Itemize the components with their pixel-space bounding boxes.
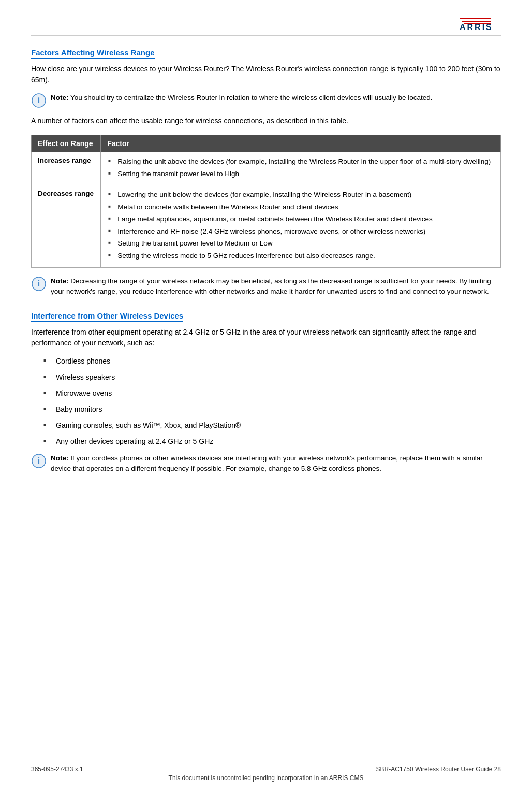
col1-header: Effect on Range — [32, 135, 101, 152]
footer: 365-095-27433 x.1 SBR-AC1750 Wireless Ro… — [31, 762, 501, 782]
note2-text: Note: Decreasing the range of your wirel… — [51, 276, 501, 297]
footer-main: 365-095-27433 x.1 SBR-AC1750 Wireless Ro… — [31, 766, 501, 773]
table-intro-text: A number of factors can affect the usabl… — [31, 116, 501, 126]
logo-svg: ARRIS — [460, 16, 501, 31]
svg-text:i: i — [38, 456, 40, 465]
section2-intro: Interference from other equipment operat… — [31, 327, 501, 349]
note1-label: Note: — [51, 94, 69, 102]
effect-decreases: Decreases range — [32, 185, 101, 267]
list-item: Cordless phones — [43, 356, 501, 367]
note2-label: Note: — [51, 277, 69, 285]
note3-block: i Note: If your cordless phones or other… — [31, 453, 501, 474]
decreases-list: Lowering the unit below the devices (for… — [107, 190, 494, 261]
table-row: Decreases range Lowering the unit below … — [32, 185, 501, 267]
list-item: Lowering the unit below the devices (for… — [107, 190, 494, 200]
list-item: Baby monitors — [43, 404, 501, 415]
svg-text:ARRIS: ARRIS — [460, 23, 493, 31]
footer-right: SBR-AC1750 Wireless Router User Guide 28 — [376, 766, 501, 773]
note1-block: i Note: You should try to centralize the… — [31, 93, 501, 108]
table-row: Increases range Raising the unit above t… — [32, 152, 501, 185]
footer-left: 365-095-27433 x.1 — [31, 766, 83, 773]
note2-body: Decreasing the range of your wireless ne… — [51, 277, 491, 295]
section-factors: Factors Affecting Wireless Range How clo… — [31, 48, 501, 297]
section1-intro: How close are your wireless devices to y… — [31, 64, 501, 85]
footer-center: This document is uncontrolled pending in… — [31, 774, 501, 782]
list-item: Microwave ovens — [43, 388, 501, 399]
list-item: Raising the unit above the devices (for … — [107, 156, 494, 167]
list-item: Setting the transmit power level to Medi… — [107, 238, 494, 249]
note1-body: You should try to centralize the Wireles… — [69, 94, 433, 102]
list-item: Setting the transmit power level to High — [107, 169, 494, 179]
note1-icon: i — [31, 93, 47, 108]
list-item: Metal or concrete walls between the Wire… — [107, 202, 494, 212]
note3-label: Note: — [51, 454, 69, 462]
increases-list: Raising the unit above the devices (for … — [107, 156, 494, 179]
note3-body: If your cordless phones or other wireles… — [51, 454, 483, 472]
list-item: Any other devices operating at 2.4 GHz o… — [43, 436, 501, 447]
range-table: Effect on Range Factor Increases range R… — [31, 135, 501, 268]
effect-increases: Increases range — [32, 152, 101, 185]
list-item: Setting the wireless mode to 5 GHz reduc… — [107, 251, 494, 261]
note2-icon: i — [31, 276, 47, 292]
note1-text: Note: You should try to centralize the W… — [51, 93, 433, 103]
arris-logo: ARRIS — [460, 16, 501, 31]
factor-increases: Raising the unit above the devices (for … — [101, 152, 501, 185]
col2-header: Factor — [101, 135, 501, 152]
factor-decreases: Lowering the unit below the devices (for… — [101, 185, 501, 267]
interference-list: Cordless phones Wireless speakers Microw… — [43, 356, 501, 447]
list-item: Wireless speakers — [43, 372, 501, 383]
section1-title: Factors Affecting Wireless Range — [31, 48, 155, 59]
list-item: Gaming consoles, such as Wii™, Xbox, and… — [43, 420, 501, 431]
note3-icon: i — [31, 453, 47, 469]
section2-title: Interference from Other Wireless Devices — [31, 311, 183, 322]
note2-block: i Note: Decreasing the range of your wir… — [31, 276, 501, 297]
header-bar: ARRIS — [31, 16, 501, 36]
list-item: Large metal appliances, aquariums, or me… — [107, 214, 494, 224]
svg-text:i: i — [38, 96, 40, 105]
list-item: Interference and RF noise (2.4 GHz wirel… — [107, 226, 494, 237]
svg-text:i: i — [38, 279, 40, 288]
section-interference: Interference from Other Wireless Devices… — [31, 311, 501, 474]
note3-text: Note: If your cordless phones or other w… — [51, 453, 501, 474]
